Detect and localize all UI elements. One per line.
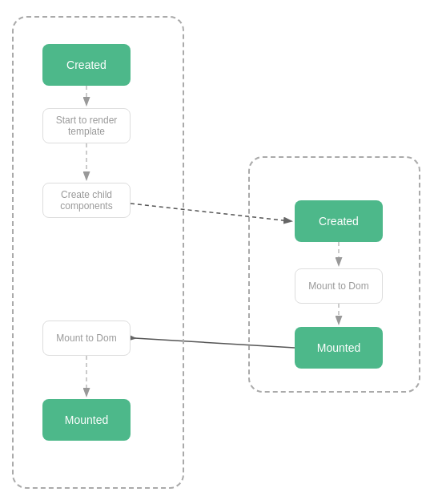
created-right-label: Created (319, 215, 359, 228)
node-created-right: Created (295, 200, 383, 242)
node-created-left: Created (42, 44, 131, 86)
node-render-left: Start to render template (42, 108, 131, 143)
mounted-left-label: Mounted (65, 413, 108, 426)
mount-dom-right-label: Mount to Dom (308, 280, 368, 292)
node-mount-dom-left: Mount to Dom (42, 321, 131, 356)
node-mounted-left: Mounted (42, 399, 131, 441)
node-child-left: Create child components (42, 183, 131, 218)
render-left-label: Start to render template (43, 115, 130, 137)
created-left-label: Created (66, 58, 106, 71)
node-mounted-right: Mounted (295, 327, 383, 369)
mount-dom-left-label: Mount to Dom (56, 333, 116, 344)
mounted-right-label: Mounted (317, 341, 360, 354)
diagram: Created Start to render template Create … (0, 0, 430, 504)
node-mount-dom-right: Mount to Dom (295, 268, 383, 304)
child-left-label: Create child components (43, 189, 130, 212)
